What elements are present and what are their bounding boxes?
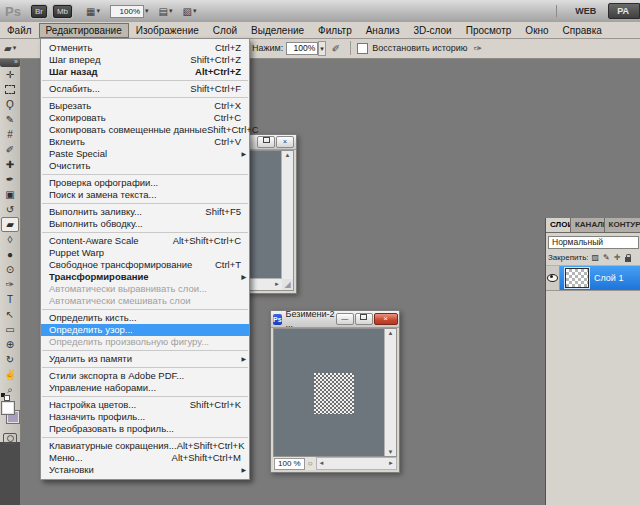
edit-menu-item-2[interactable]: Шаг назадAlt+Ctrl+Z [41,66,249,78]
edit-menu-item-16[interactable]: Выполнить заливку...Shift+F5 [41,206,249,218]
chevron-down-icon[interactable]: ▾ [193,7,197,15]
window-titlebar[interactable]: Ps Безимени-2 ... — × [271,311,399,328]
layer-name[interactable]: Слой 1 [594,273,623,283]
edit-menu-item-13[interactable]: Проверка орфографии... [41,177,249,189]
edit-menu-item-4[interactable]: Ослабить...Shift+Ctrl+F [41,83,249,95]
brush-tool[interactable]: ✒ [0,172,20,187]
pen-tool[interactable]: ✑ [0,277,20,292]
close-button[interactable]: × [374,313,398,325]
edit-menu-item-39[interactable]: Клавиатурные сокращения...Alt+Shift+Ctrl… [41,440,249,452]
chevron-down-icon[interactable]: ▾ [169,7,173,15]
tools-collapse-button[interactable]: » [0,58,20,67]
edit-menu-item-41[interactable]: Установки▶ [41,464,249,476]
edit-menu-item-36[interactable]: Назначить профиль... [41,411,249,423]
close-button[interactable]: × [276,136,294,148]
menubar-item-6[interactable]: Анализ [359,23,407,38]
vertical-scrollbar[interactable]: ▲ ▼ [281,151,293,290]
healing-brush-tool[interactable]: ✚ [0,157,20,172]
move-tool[interactable]: ✛ [0,67,20,82]
hand-tool[interactable]: ✌ [0,367,20,382]
edit-menu-item-26[interactable]: Определить кисть... [41,312,249,324]
screen-mode-icon[interactable]: ▧ [182,6,191,17]
edit-menu-item-27[interactable]: Определить узор... [41,324,249,336]
edit-menu-item-35[interactable]: Настройка цветов...Shift+Ctrl+K [41,399,249,411]
gradient-tool[interactable]: ◊ [0,232,20,247]
document-zoom-input[interactable]: 100 % [274,458,305,470]
edit-menu-item-20[interactable]: Puppet Warp [41,247,249,259]
history-airbrush-icon[interactable]: ✑ [474,43,482,54]
edit-menu-item-23[interactable]: Автоматически выравнивать слои... [41,283,249,295]
chevron-down-icon[interactable]: ▾ [145,7,149,15]
layer-thumbnail[interactable] [565,268,589,288]
chevron-down-icon[interactable]: ▾ [96,7,100,15]
panel-tab-2[interactable]: КОНТУРЫ [605,218,640,232]
lock-position-icon[interactable]: ✛ [614,254,621,262]
menubar-item-7[interactable]: 3D-слои [406,23,458,38]
edit-menu-item-22[interactable]: Трансформирование▶ [41,271,249,283]
maximize-button[interactable] [355,313,373,325]
zoom-level-dropdown[interactable]: 100% [110,5,144,18]
horizontal-scrollbar[interactable]: ◄ ► [316,457,397,470]
eyedropper-tool[interactable]: ✐ [0,142,20,157]
lock-transparency-icon[interactable]: ▨ [592,254,600,262]
menubar-item-0[interactable]: Файл [0,23,39,38]
menubar-item-1[interactable]: Редактирование [39,23,129,38]
edit-menu-item-0[interactable]: ОтменитьCtrl+Z [41,42,249,54]
scroll-right-icon[interactable]: ► [274,281,280,287]
orbit-3d-tool[interactable]: ↻ [0,352,20,367]
maximize-button[interactable] [257,136,275,148]
dodge-tool[interactable]: ⊙ [0,262,20,277]
menubar-item-5[interactable]: Фильтр [311,23,359,38]
edit-menu-item-21[interactable]: Свободное трансформированиеCtrl+T [41,259,249,271]
marquee-tool[interactable] [0,82,20,97]
scroll-up-icon[interactable]: ▲ [385,330,396,336]
edit-menu-item-19[interactable]: Content-Aware ScaleAlt+Shift+Ctrl+C [41,235,249,247]
edit-menu-item-7[interactable]: СкопироватьCtrl+C [41,112,249,124]
menubar-item-4[interactable]: Выделение [244,23,311,38]
edit-menu-item-30[interactable]: Удалить из памяти▶ [41,353,249,365]
crop-tool[interactable]: # [0,127,20,142]
erase-to-history-checkbox[interactable] [357,43,368,54]
layer-visibility-toggle[interactable] [546,266,560,290]
eraser-tool[interactable]: ▰ [1,217,19,232]
edit-menu-item-1[interactable]: Шаг впередShift+Ctrl+Z [41,54,249,66]
scroll-right-icon[interactable]: ► [388,460,394,466]
blend-mode-select[interactable]: Нормальный [548,236,639,249]
menubar-item-2[interactable]: Изображение [129,23,206,38]
edit-menu-item-11[interactable]: Очистить [41,160,249,172]
status-info-icon[interactable]: ○ [308,459,313,468]
lasso-tool[interactable]: Ϙ [0,97,20,112]
type-tool[interactable]: T [0,292,20,307]
scroll-up-icon[interactable]: ▲ [282,152,293,158]
edit-menu-item-6[interactable]: ВырезатьCtrl+X [41,100,249,112]
lock-paint-icon[interactable]: ✎ [603,254,610,262]
airbrush-icon[interactable]: ✐ [332,43,340,54]
resize-grip[interactable]: ◢ [282,279,293,290]
default-colors-icon[interactable] [1,393,9,399]
edit-menu-item-10[interactable]: Paste Special▶ [41,148,249,160]
layer-row-sloy1[interactable]: Слой 1 [546,266,640,291]
menubar-item-3[interactable]: Слой [206,23,244,38]
pressure-dropdown-button[interactable]: ▾ [318,41,326,56]
panel-tab-0[interactable]: СЛОИ [546,218,571,232]
workspace-partial-button[interactable]: PA [608,3,640,19]
menubar-item-10[interactable]: Справка [556,23,609,38]
foreground-color-swatch[interactable] [1,401,15,415]
edit-menu-item-37[interactable]: Преобразовать в профиль... [41,423,249,435]
panel-tab-1[interactable]: КАНАЛЫ [571,218,605,232]
quick-mask-button[interactable] [3,433,17,444]
scroll-down-icon[interactable]: ▼ [385,449,396,455]
edit-menu-item-33[interactable]: Управление наборами... [41,382,249,394]
edit-menu-item-8[interactable]: Скопировать совмещенные данныеShift+Ctrl… [41,124,249,136]
workspace-web-button[interactable]: WEB [567,4,604,18]
bridge-button[interactable]: Br [31,5,47,18]
scroll-left-icon[interactable]: ◄ [319,460,325,466]
edit-menu-item-17[interactable]: Выполнить обводку... [41,218,249,230]
history-brush-tool[interactable]: ↺ [0,202,20,217]
edit-menu-item-14[interactable]: Поиск и замена текста... [41,189,249,201]
guides-icon[interactable]: ▦ [86,6,95,17]
lock-all-icon[interactable] [625,257,631,262]
clone-stamp-tool[interactable]: ▣ [0,187,20,202]
view-extras-icon[interactable]: ▤ [159,6,168,17]
mini-bridge-button[interactable]: Mb [53,5,72,18]
